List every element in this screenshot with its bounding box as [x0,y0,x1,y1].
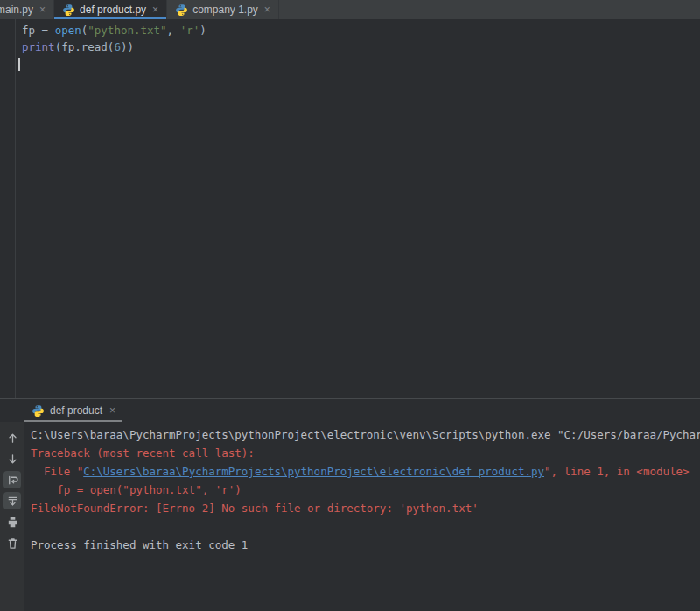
text-token: "python.txt" [88,24,166,37]
console-tab-bar: def product × [0,399,700,422]
down-arrow-icon[interactable] [4,450,21,467]
text-token: , [167,24,180,37]
print-icon[interactable] [4,513,21,530]
console-line: Traceback (most recent call last): [31,444,700,462]
close-icon[interactable]: × [109,404,116,417]
tab-label: def product.py [80,4,146,16]
console-body: C:\Users\baraa\PycharmProjects\pythonPro… [0,422,700,611]
text-token: 6 [114,40,121,53]
console-line: Process finished with exit code 1 [31,536,700,554]
code-line [22,55,700,72]
text-token: File " [31,465,83,478]
soft-wrap-icon[interactable] [4,471,21,488]
console-output: C:\Users\baraa\PycharmProjects\pythonPro… [24,422,700,611]
text-token: (fp.read( [55,40,115,53]
text-token: ) [200,24,206,37]
console-line: fp = open("python.txt", 'r') [31,481,700,499]
up-arrow-icon[interactable] [4,429,21,446]
python-file-icon [62,4,75,17]
text-token: 'r' [180,24,200,37]
text-token: fp [22,24,42,37]
code-editor[interactable]: fp = open("python.txt", 'r')print(fp.rea… [0,19,700,398]
code-line: fp = open("python.txt", 'r') [22,22,700,39]
pycharm-window: main.py × def product.py × company 1.py … [0,0,700,611]
python-run-icon [32,404,45,418]
tab-label: company 1.py [192,4,258,16]
clear-trash-icon[interactable] [4,534,21,551]
scroll-to-end-icon[interactable] [4,492,21,509]
text-token: ", line 1, in <module> [544,465,690,478]
close-icon[interactable]: × [152,4,158,16]
tab-main-py[interactable]: main.py × [0,0,54,19]
run-console-panel: def product × [0,398,700,611]
console-line: FileNotFoundError: [Errno 2] No such fil… [31,499,700,517]
editor-tab-bar: main.py × def product.py × company 1.py … [0,0,700,19]
text-token: Traceback (most recent call last): [31,446,255,460]
tab-company-1-py[interactable]: company 1.py × [167,0,279,19]
text-token: open [55,24,81,37]
text-token: fp = open("python.txt", 'r') [31,483,242,496]
editor-gutter [0,19,16,398]
console-line: C:\Users\baraa\PycharmProjects\pythonPro… [31,425,700,444]
console-line [31,517,700,536]
close-icon[interactable]: × [39,4,46,16]
close-icon[interactable]: × [264,4,270,16]
text-token: Process finished with exit code 1 [31,538,248,551]
stacktrace-link[interactable]: C:\Users\baraa\PycharmProjects\pythonPro… [83,465,544,478]
console-tab-def-product[interactable]: def product × [24,399,122,422]
tab-label: main.py [0,4,33,16]
text-token: )) [121,40,134,53]
console-toolbar [0,422,24,611]
tab-def-product-py[interactable]: def product.py × [54,0,167,19]
code-line: print(fp.read(6)) [22,39,700,55]
code-lines[interactable]: fp = open("python.txt", 'r')print(fp.rea… [16,19,700,398]
console-tab-label: def product [50,404,102,417]
text-token: print [22,40,55,53]
console-line: File "C:\Users\baraa\PycharmProjects\pyt… [31,462,700,481]
python-file-icon [175,4,188,17]
text-token: FileNotFoundError: [Errno 2] No such fil… [31,502,479,515]
text-token: C:\Users\baraa\PycharmProjects\pythonPro… [31,428,700,441]
text-token: = [42,24,55,37]
text-caret [18,58,20,71]
